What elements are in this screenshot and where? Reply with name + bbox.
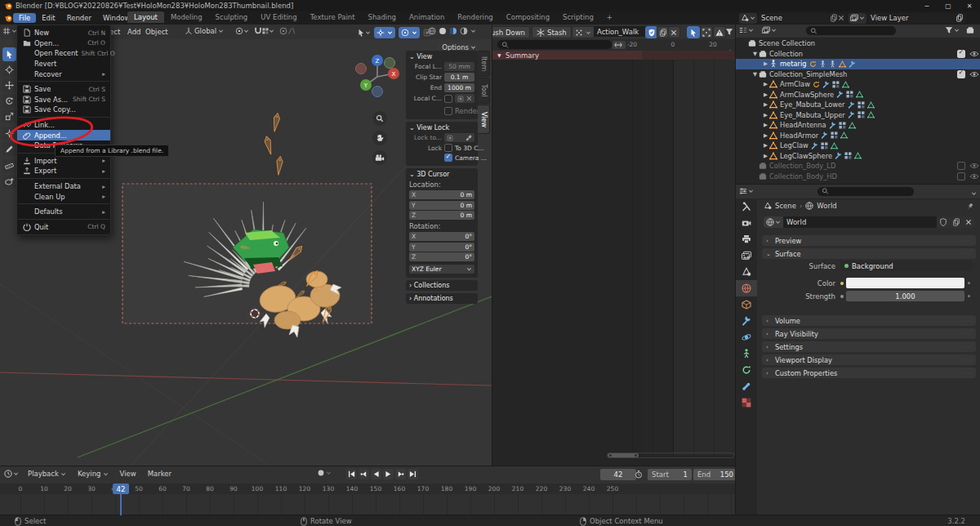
sidebar-tab-view[interactable]: View: [478, 105, 490, 134]
sidebar-tab-item[interactable]: Item: [478, 51, 490, 77]
tool-move[interactable]: [2, 78, 16, 92]
menu-edit[interactable]: Edit: [36, 13, 60, 23]
properties-tab-scene[interactable]: [736, 264, 757, 280]
duplicate-icon[interactable]: [830, 14, 838, 22]
workspace-tab-[interactable]: +: [600, 11, 619, 23]
channel-search-field[interactable]: [497, 40, 612, 49]
box-select-button[interactable]: [700, 26, 713, 38]
maximize-button[interactable]: ▢: [938, 0, 959, 11]
view-layer-browse-button[interactable]: [849, 13, 866, 24]
surface-type-dropdown[interactable]: Background: [840, 261, 973, 271]
action-browse-button[interactable]: [572, 26, 595, 38]
exclude-checkbox[interactable]: [957, 172, 965, 181]
file-menu-item-defaults[interactable]: Defaults▸: [17, 207, 110, 217]
shading-material-icon[interactable]: [449, 27, 457, 35]
tool-transform[interactable]: [2, 127, 16, 140]
file-menu-item-savecopy[interactable]: Save Copy...: [17, 105, 110, 115]
scene-browse-button[interactable]: [739, 13, 757, 24]
exclude-checkbox[interactable]: [957, 70, 965, 78]
duplicate-icon[interactable]: [956, 14, 964, 22]
rotation-order-dropdown[interactable]: XYZ Euler: [409, 265, 474, 274]
panel-ray-visibility[interactable]: ›Ray Visibility····: [762, 328, 976, 339]
file-menu-item-externaldata[interactable]: External Data▸: [17, 181, 110, 192]
timeline-menu-marker[interactable]: Marker: [148, 470, 172, 478]
close-button[interactable]: ✕: [959, 0, 980, 11]
tool-annotate[interactable]: [2, 142, 16, 156]
expand-arrow-icon[interactable]: ▶: [762, 81, 769, 87]
color-swatch[interactable]: [846, 278, 964, 288]
eye-icon[interactable]: [969, 69, 979, 79]
workspace-tab-rendering[interactable]: Rendering: [451, 11, 499, 23]
push-down-button[interactable]: Push Down: [492, 26, 530, 38]
animate-dot-icon[interactable]: [840, 295, 844, 298]
properties-tab-physics[interactable]: [736, 329, 757, 345]
start-frame-field[interactable]: Start1: [648, 469, 692, 480]
pan-view-button[interactable]: [372, 131, 387, 145]
properties-tab-object[interactable]: [736, 296, 757, 313]
world-name-field[interactable]: World: [783, 216, 937, 228]
decorator-dot-icon[interactable]: [968, 282, 970, 284]
new-collection-button[interactable]: [966, 26, 974, 36]
chevron-down-icon[interactable]: [971, 189, 977, 198]
field-focall[interactable]: 50 mm: [444, 62, 474, 71]
panel-custom-properties[interactable]: ›Custom Properties····: [762, 368, 976, 378]
file-menu-item-append[interactable]: Append...: [17, 130, 110, 140]
file-menu-item-import[interactable]: Import▸: [17, 156, 110, 167]
outliner-search-field[interactable]: [806, 26, 896, 35]
properties-tab-particles[interactable]: [736, 345, 757, 362]
properties-editor-button[interactable]: [739, 187, 754, 195]
sidebar-tab-tool[interactable]: Tool: [478, 78, 490, 104]
outliner-row-collection[interactable]: ▼Collection: [736, 49, 980, 60]
shading-rendered-icon[interactable]: [460, 27, 468, 35]
expand-arrow-icon[interactable]: ▶: [762, 91, 769, 98]
decorator-dot-icon[interactable]: [968, 295, 970, 297]
properties-tab-texture[interactable]: [736, 394, 757, 411]
expand-arrow-icon[interactable]: ▶: [762, 153, 769, 159]
outliner-row-headantenna[interactable]: ▶HeadAntenna: [736, 120, 980, 131]
expand-arrow-icon[interactable]: ▶: [762, 101, 769, 108]
properties-search-field[interactable]: [817, 187, 914, 196]
strength-slider[interactable]: 1.000: [846, 291, 964, 301]
fake-user-button[interactable]: [937, 216, 950, 228]
outliner-row-collection_simplemesh[interactable]: ▼Collection_SimpleMesh: [736, 69, 980, 80]
fake-user-toggle[interactable]: [645, 26, 657, 38]
local-camera-field[interactable]: [455, 94, 474, 103]
workspace-tab-compositing[interactable]: Compositing: [500, 11, 556, 23]
action-name-field[interactable]: Action_Walk: [594, 26, 649, 37]
stopwatch-icon[interactable]: [635, 470, 643, 479]
navigation-gizmo[interactable]: Z X Y: [351, 49, 405, 100]
display-mode-button[interactable]: [739, 26, 754, 34]
menu-render[interactable]: Render: [61, 13, 97, 23]
timeline-ruler[interactable]: 0102030405060708090100110120130140150160…: [0, 484, 735, 494]
expand-arrow-icon[interactable]: ▶: [762, 112, 769, 118]
workspace-tab-uvediting[interactable]: UV Editing: [254, 11, 303, 23]
tool-measure[interactable]: [2, 159, 16, 173]
eye-icon[interactable]: [969, 161, 979, 171]
workspace-tab-scripting[interactable]: Scripting: [556, 11, 600, 23]
cursor-location-y[interactable]: Y0 m: [409, 201, 474, 210]
properties-tab-render[interactable]: [736, 215, 757, 231]
frame-range-button[interactable]: [612, 40, 626, 50]
outliner-row-scene collection[interactable]: Scene Collection: [736, 38, 980, 49]
file-menu-item-recover[interactable]: Recover▸: [17, 69, 110, 79]
unlink-datablock-button[interactable]: [963, 216, 974, 228]
outliner-row-armclawsphere[interactable]: ▶ArmClawSphere: [736, 90, 980, 100]
current-frame-field[interactable]: 42: [600, 469, 636, 480]
tool-rotate[interactable]: [2, 94, 16, 108]
file-menu-item-export[interactable]: Export▸: [17, 166, 110, 176]
transform-orientation-dropdown[interactable]: Global: [185, 27, 224, 35]
proportional-edit-button[interactable]: [279, 27, 296, 35]
breadcrumb-world[interactable]: World: [817, 202, 836, 210]
field-end[interactable]: 1000 m: [444, 83, 474, 92]
select-tool-button[interactable]: [687, 26, 700, 38]
outliner-row-metarig[interactable]: ▶metarig: [736, 59, 980, 69]
show-visibility-button[interactable]: [357, 29, 371, 37]
eye-icon[interactable]: [969, 49, 979, 59]
breadcrumb-scene[interactable]: Scene: [775, 202, 796, 210]
unlink-action-button[interactable]: [668, 26, 680, 38]
file-menu-item-new[interactable]: NewCtrl N: [17, 28, 110, 38]
workspace-tab-sculpting[interactable]: Sculpting: [209, 11, 255, 23]
jump-to-end-button[interactable]: [408, 469, 418, 479]
panel-header-view[interactable]: ⌄ View: [409, 53, 474, 60]
scene-name-field[interactable]: Scene: [759, 13, 847, 24]
